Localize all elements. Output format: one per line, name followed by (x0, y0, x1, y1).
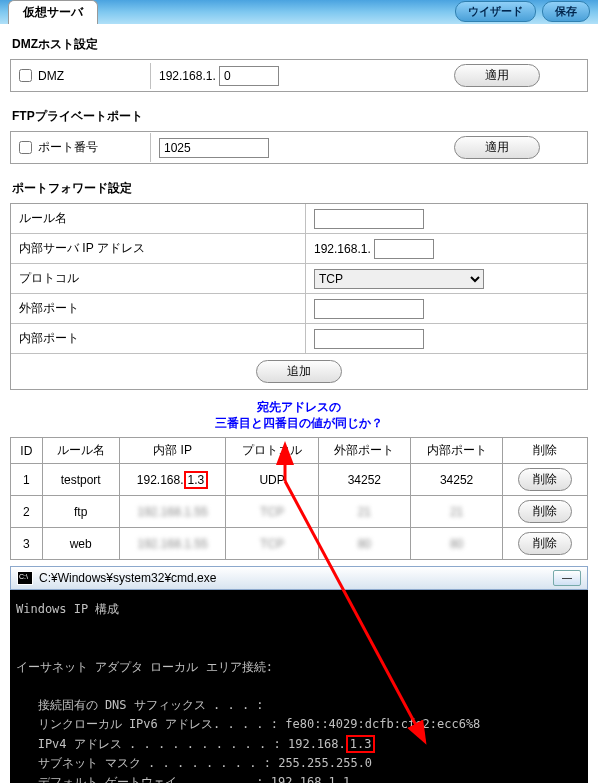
fwd-ip-prefix: 192.168.1. (314, 242, 371, 256)
ftp-port-checkbox[interactable] (19, 141, 32, 154)
cmd-titlebar: C:¥Windows¥system32¥cmd.exe — (10, 566, 588, 590)
delete-button[interactable]: 削除 (518, 532, 572, 555)
dmz-checkbox-cell: DMZ (11, 63, 151, 89)
fwd-server-ip-label: 内部サーバ IP アドレス (11, 234, 306, 263)
dmz-panel: DMZ 192.168.1. 適用 (10, 59, 588, 92)
fwd-int-port-input[interactable] (314, 329, 424, 349)
fwd-ip-last-input[interactable] (374, 239, 434, 259)
main-content: DMZホスト設定 DMZ 192.168.1. 適用 FTPプライベートポート … (0, 24, 598, 783)
cmd-title: C:¥Windows¥system32¥cmd.exe (39, 571, 216, 585)
fwd-panel: ルール名 内部サーバ IP アドレス 192.168.1. プロトコル TCP … (10, 203, 588, 390)
top-bar: 仮想サーバ ウイザード 保存 (0, 0, 598, 24)
save-button[interactable]: 保存 (542, 1, 590, 22)
tab-virtual-server[interactable]: 仮想サーバ (8, 0, 98, 24)
annotation-text: 宛先アドレスの 三番目と四番目の値が同じか？ (10, 400, 588, 431)
ftp-port-input[interactable] (159, 138, 269, 158)
table-row: 1testport192.168.1.3UDP3425234252削除 (11, 464, 588, 496)
cmd-body: Windows IP 構成 イーサネット アダプタ ローカル エリア接続: 接続… (10, 590, 588, 783)
dmz-checkbox[interactable] (19, 69, 32, 82)
delete-button[interactable]: 削除 (518, 468, 572, 491)
fwd-rule-name-input[interactable] (314, 209, 424, 229)
th-int: 内部ポート (410, 438, 502, 464)
th-id: ID (11, 438, 43, 464)
th-del: 削除 (503, 438, 588, 464)
ftp-panel: ポート番号 適用 (10, 131, 588, 164)
fwd-title: ポートフォワード設定 (10, 174, 588, 203)
th-ext: 外部ポート (318, 438, 410, 464)
top-buttons: ウイザード 保存 (455, 1, 590, 24)
port-forward-table: ID ルール名 内部 IP プロトコル 外部ポート 内部ポート 削除 1test… (10, 437, 588, 560)
ftp-title: FTPプライベートポート (10, 102, 588, 131)
fwd-int-port-label: 内部ポート (11, 324, 306, 353)
dmz-apply-button[interactable]: 適用 (454, 64, 540, 87)
cmd-ipv4-highlight: 1.3 (346, 735, 376, 753)
dmz-ip-prefix: 192.168.1. (159, 69, 216, 83)
dmz-ip-last-input[interactable] (219, 66, 279, 86)
fwd-ext-port-input[interactable] (314, 299, 424, 319)
fwd-add-button[interactable]: 追加 (256, 360, 342, 383)
fwd-rule-name-label: ルール名 (11, 204, 306, 233)
table-wrapper: ID ルール名 内部 IP プロトコル 外部ポート 内部ポート 削除 1test… (10, 437, 588, 560)
wizard-button[interactable]: ウイザード (455, 1, 536, 22)
th-proto: プロトコル (226, 438, 318, 464)
dmz-title: DMZホスト設定 (10, 30, 588, 59)
ftp-port-label: ポート番号 (38, 139, 98, 156)
table-row: 3web192.168.1.55TCP8080削除 (11, 528, 588, 560)
th-ip: 内部 IP (119, 438, 226, 464)
dmz-checkbox-label: DMZ (38, 69, 64, 83)
dmz-ip-cell: 192.168.1. (151, 62, 407, 90)
table-row: 2ftp192.168.1.55TCP2121削除 (11, 496, 588, 528)
minimize-button[interactable]: — (553, 570, 581, 586)
ftp-checkbox-cell: ポート番号 (11, 133, 151, 162)
fwd-protocol-select[interactable]: TCP (314, 269, 484, 289)
delete-button[interactable]: 削除 (518, 500, 572, 523)
fwd-protocol-label: プロトコル (11, 264, 306, 293)
th-name: ルール名 (42, 438, 119, 464)
cmd-icon (17, 571, 33, 585)
ftp-apply-button[interactable]: 適用 (454, 136, 540, 159)
fwd-ext-port-label: 外部ポート (11, 294, 306, 323)
